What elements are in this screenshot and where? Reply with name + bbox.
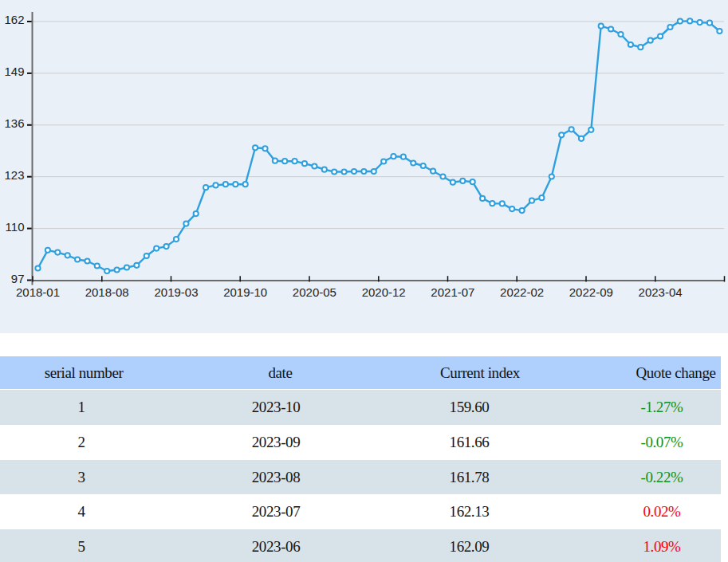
svg-text:2018-08: 2018-08	[85, 285, 129, 299]
svg-text:2019-03: 2019-03	[154, 285, 198, 299]
svg-text:2019-10: 2019-10	[223, 285, 267, 299]
svg-text:2021-07: 2021-07	[431, 285, 474, 299]
svg-text:2020-12: 2020-12	[362, 285, 406, 299]
svg-text:110: 110	[6, 220, 25, 234]
svg-text:97: 97	[11, 272, 25, 285]
svg-text:149: 149	[4, 65, 24, 78]
svg-text:2022-02: 2022-02	[500, 285, 544, 299]
svg-text:136: 136	[4, 116, 24, 130]
svg-text:2020-05: 2020-05	[293, 285, 336, 299]
svg-text:2022-09: 2022-09	[569, 285, 613, 299]
svg-text:2023-04: 2023-04	[639, 285, 683, 299]
svg-text:162: 162	[4, 13, 24, 26]
svg-text:123: 123	[4, 168, 24, 182]
svg-text:2018-01: 2018-01	[16, 285, 60, 299]
